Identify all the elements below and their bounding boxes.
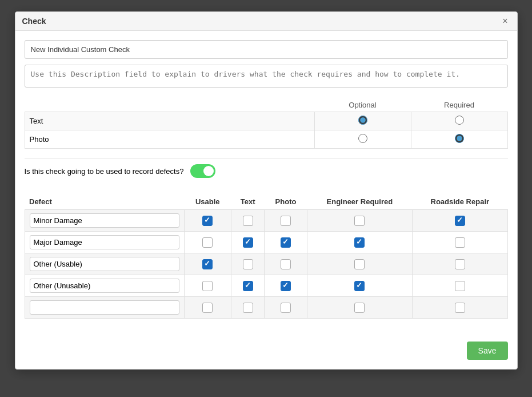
defect-text-checkbox[interactable]: [243, 259, 253, 269]
option-required-cell: [411, 112, 507, 130]
defect-name-cell: [25, 275, 184, 297]
defect-name-input[interactable]: [30, 300, 179, 315]
defect-name-input[interactable]: [30, 257, 179, 271]
defect-roadside_repair-cell: [413, 297, 507, 319]
defect-col-header: Usable: [184, 194, 231, 210]
defect-col-header: Roadside Repair: [413, 194, 507, 210]
defect-usable-checkbox[interactable]: [202, 281, 213, 291]
modal-footer: Save: [15, 337, 517, 369]
defect-roadside_repair-checkbox[interactable]: [455, 216, 465, 226]
options-col1-header: [25, 98, 314, 112]
defect-engineer_required-cell: [307, 297, 413, 319]
check-name-input[interactable]: [25, 40, 508, 59]
defect-name-cell: [25, 297, 184, 319]
defect-engineer_required-cell: [307, 210, 413, 232]
defect-name-cell: [25, 232, 184, 253]
defect-text-cell: [231, 232, 265, 253]
defect-col-header: Text: [231, 194, 265, 210]
options-optional-header: Optional: [314, 98, 411, 112]
defect-engineer_required-checkbox[interactable]: [354, 259, 365, 269]
defect-photo-checkbox[interactable]: [281, 281, 291, 291]
modal-title: Check: [22, 17, 46, 26]
options-row: Text: [25, 112, 507, 130]
defect-photo-checkbox[interactable]: [281, 216, 291, 226]
defect-row: [25, 232, 507, 253]
defect-col-header: Engineer Required: [307, 194, 413, 210]
defect-usable-checkbox[interactable]: [202, 259, 213, 269]
defect-engineer_required-checkbox[interactable]: [354, 216, 365, 226]
defect-col-header: Defect: [25, 194, 184, 210]
defect-photo-cell: [265, 275, 307, 297]
defect-roadside_repair-checkbox[interactable]: [455, 237, 465, 248]
defect-photo-checkbox[interactable]: [281, 259, 291, 269]
defect-engineer_required-checkbox[interactable]: [354, 303, 365, 313]
defect-photo-cell: [265, 210, 307, 232]
modal-overlay: Check × Optional Required TextPhoto: [0, 0, 532, 397]
defect-usable-checkbox[interactable]: [202, 216, 213, 226]
defect-row: [25, 297, 507, 319]
defect-usable-checkbox[interactable]: [202, 303, 213, 313]
defect-toggle[interactable]: [190, 164, 215, 178]
defect-text-cell: [231, 275, 265, 297]
defect-roadside_repair-cell: [413, 210, 507, 232]
modal-body: Optional Required TextPhoto Is this chec…: [15, 31, 517, 337]
defect-roadside_repair-cell: [413, 232, 507, 253]
modal-close-button[interactable]: ×: [500, 17, 510, 26]
defect-engineer_required-checkbox[interactable]: [354, 281, 365, 291]
defect-roadside_repair-checkbox[interactable]: [455, 281, 465, 291]
defect-row: [25, 275, 507, 297]
defect-text-cell: [231, 210, 265, 232]
defect-engineer_required-cell: [307, 232, 413, 253]
modal-dialog: Check × Optional Required TextPhoto: [15, 11, 518, 370]
defect-usable-cell: [184, 232, 231, 253]
defect-usable-cell: [184, 253, 231, 275]
defect-name-cell: [25, 210, 184, 232]
defect-usable-cell: [184, 210, 231, 232]
defect-text-cell: [231, 297, 265, 319]
options-required-header: Required: [411, 98, 507, 112]
defect-col-header: Photo: [265, 194, 307, 210]
defect-row: [25, 210, 507, 232]
defect-photo-checkbox[interactable]: [281, 303, 291, 313]
option-optional-cell: [314, 130, 411, 149]
defect-question-row: Is this check going to be used to record…: [25, 158, 508, 187]
defect-row: [25, 253, 507, 275]
defect-name-input[interactable]: [30, 213, 179, 228]
options-row: Photo: [25, 130, 507, 149]
defect-table: DefectUsableTextPhotoEngineer RequiredRo…: [25, 194, 508, 319]
defect-roadside_repair-checkbox[interactable]: [455, 259, 465, 269]
check-description-input[interactable]: [25, 65, 508, 88]
defect-question-label: Is this check going to be used to record…: [25, 167, 184, 176]
option-label: Text: [25, 112, 314, 130]
defect-roadside_repair-cell: [413, 253, 507, 275]
defect-name-cell: [25, 253, 184, 275]
defect-text-checkbox[interactable]: [243, 216, 253, 226]
defect-usable-cell: [184, 297, 231, 319]
option-required-radio[interactable]: [455, 134, 464, 143]
defect-photo-cell: [265, 232, 307, 253]
option-optional-radio[interactable]: [358, 116, 367, 125]
defect-usable-checkbox[interactable]: [202, 237, 213, 248]
modal-header: Check ×: [15, 12, 517, 31]
defect-usable-cell: [184, 275, 231, 297]
defect-photo-cell: [265, 253, 307, 275]
defect-text-checkbox[interactable]: [243, 281, 253, 291]
option-required-cell: [411, 130, 507, 149]
option-optional-cell: [314, 112, 411, 130]
defect-text-cell: [231, 253, 265, 275]
defect-roadside_repair-checkbox[interactable]: [455, 303, 465, 313]
save-button[interactable]: Save: [467, 342, 508, 360]
defect-photo-checkbox[interactable]: [281, 237, 291, 248]
defect-photo-cell: [265, 297, 307, 319]
option-label: Photo: [25, 130, 314, 149]
defect-text-checkbox[interactable]: [243, 303, 253, 313]
defect-name-input[interactable]: [30, 235, 179, 249]
defect-engineer_required-checkbox[interactable]: [354, 237, 365, 248]
option-required-radio[interactable]: [455, 116, 464, 125]
defect-name-input[interactable]: [30, 279, 179, 293]
defect-engineer_required-cell: [307, 253, 413, 275]
defect-roadside_repair-cell: [413, 275, 507, 297]
toggle-slider: [190, 164, 215, 178]
option-optional-radio[interactable]: [358, 134, 367, 143]
defect-text-checkbox[interactable]: [243, 237, 253, 248]
